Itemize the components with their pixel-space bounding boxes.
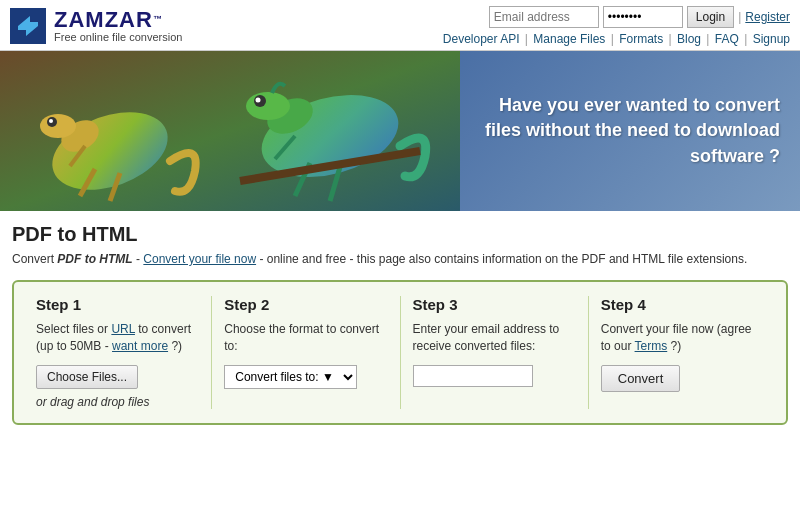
hero-image-area	[0, 51, 460, 211]
nav-developer-api[interactable]: Developer API	[443, 32, 520, 46]
nav-faq[interactable]: FAQ	[715, 32, 739, 46]
header-top-right: Login | Register	[489, 6, 790, 28]
step4-terms-link[interactable]: Terms	[635, 339, 668, 353]
header-right: Login | Register Developer API | Manage …	[443, 6, 790, 46]
header: ZAMZAR™ Free online file conversion Logi…	[0, 0, 800, 51]
step1-want-more-link[interactable]: want more	[112, 339, 168, 353]
nav-manage-files[interactable]: Manage Files	[533, 32, 605, 46]
step4-title: Step 4	[601, 296, 764, 313]
nav-sep3: |	[665, 32, 675, 46]
nav-formats[interactable]: Formats	[619, 32, 663, 46]
step-1: Step 1 Select files or URL to convert (u…	[24, 296, 212, 409]
step2-title: Step 2	[224, 296, 387, 313]
nav-sep: |	[522, 32, 532, 46]
step1-drag-drop: or drag and drop files	[36, 395, 199, 409]
step3-desc: Enter your email address to receive conv…	[413, 321, 576, 355]
email-field[interactable]	[413, 365, 533, 387]
logo-text-area: ZAMZAR™ Free online file conversion	[54, 9, 182, 43]
login-button[interactable]: Login	[687, 6, 734, 28]
logo-name: ZAMZAR	[54, 7, 153, 32]
logo-tm: ™	[153, 14, 162, 24]
header-divider: |	[738, 10, 741, 24]
hero-banner: Have you ever wanted to convert files wi…	[0, 51, 800, 211]
header-email-input[interactable]	[489, 6, 599, 28]
main-content: PDF to HTML Convert PDF to HTML - Conver…	[0, 211, 800, 433]
step2-desc: Choose the format to convert to:	[224, 321, 387, 355]
hero-tagline: Have you ever wanted to convert files wi…	[480, 93, 780, 169]
svg-point-6	[40, 114, 76, 138]
register-link[interactable]: Register	[745, 10, 790, 24]
step1-desc: Select files or URL to convert (up to 50…	[36, 321, 199, 355]
step-2: Step 2 Choose the format to convert to: …	[212, 296, 400, 409]
convert-format-select[interactable]: Convert files to: ▼ html pdf doc docx tx…	[224, 365, 357, 389]
step1-title: Step 1	[36, 296, 199, 313]
choose-files-button[interactable]: Choose Files...	[36, 365, 138, 389]
page-description: Convert PDF to HTML - Convert your file …	[12, 252, 788, 266]
step1-url-link[interactable]: URL	[111, 322, 135, 336]
hero-text-area: Have you ever wanted to convert files wi…	[460, 51, 800, 211]
steps-box: Step 1 Select files or URL to convert (u…	[12, 280, 788, 425]
logo-icon	[10, 8, 46, 44]
nav-sep4: |	[703, 32, 713, 46]
svg-point-14	[246, 92, 290, 120]
convert-button[interactable]: Convert	[601, 365, 681, 392]
step-4: Step 4 Convert your file now (agree to o…	[589, 296, 776, 409]
svg-point-16	[256, 98, 261, 103]
hero-chameleon-svg	[0, 51, 460, 211]
step-3: Step 3 Enter your email address to recei…	[401, 296, 589, 409]
header-password-input[interactable]	[603, 6, 683, 28]
nav-sep2: |	[607, 32, 617, 46]
header-nav: Developer API | Manage Files | Formats |…	[443, 32, 790, 46]
svg-point-8	[49, 119, 53, 123]
step3-title: Step 3	[413, 296, 576, 313]
logo-tagline: Free online file conversion	[54, 31, 182, 43]
nav-signup[interactable]: Signup	[753, 32, 790, 46]
page-title: PDF to HTML	[12, 223, 788, 246]
nav-blog[interactable]: Blog	[677, 32, 701, 46]
step4-desc: Convert your file now (agree to our Term…	[601, 321, 764, 355]
logo-area: ZAMZAR™ Free online file conversion	[10, 8, 182, 44]
convert-now-link[interactable]: Convert your file now	[143, 252, 256, 266]
page-desc-bold: PDF to HTML	[57, 252, 132, 266]
nav-sep5: |	[741, 32, 751, 46]
